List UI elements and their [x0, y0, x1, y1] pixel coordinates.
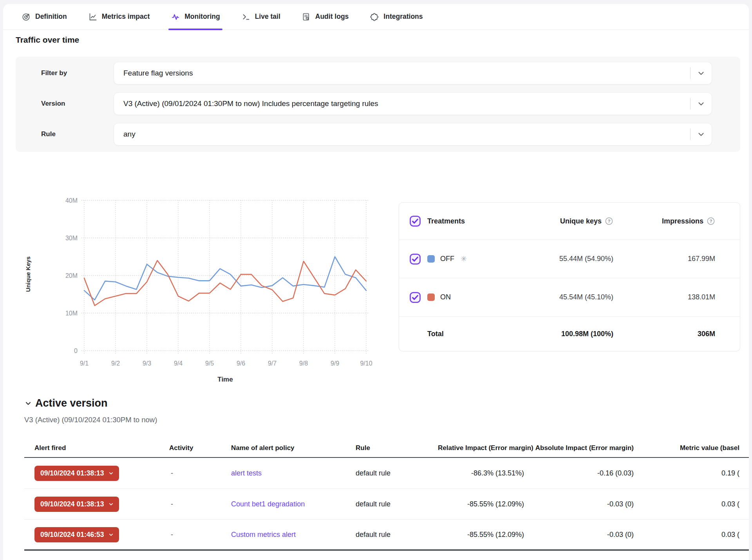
- line-chart: 010M20M30M40M9/19/29/39/49/59/69/79/89/9…: [16, 157, 400, 396]
- alert-row-1: 09/10/2024 01:38:13 - alert tests defaul…: [24, 458, 749, 489]
- version-select[interactable]: V3 (Active) (09/01/2024 01:30PM to now) …: [114, 92, 712, 115]
- treatment-name: ON: [440, 293, 451, 301]
- svg-text:?: ?: [709, 219, 712, 223]
- activity-value: -: [161, 531, 224, 539]
- tab-label: Audit logs: [315, 13, 349, 21]
- tab-definition[interactable]: Definition: [22, 4, 67, 30]
- legend-row-on: ON 45.54M (45.10%) 138.01M: [399, 278, 740, 317]
- col-absolute-impact: Absolute Impact (Error margin): [524, 444, 634, 452]
- treatments-header: Treatments: [423, 217, 496, 225]
- legend-row-off: OFF ✳ 55.44M (54.90%) 167.99M: [399, 240, 740, 278]
- alert-policy-link[interactable]: Count bet1 degradation: [231, 500, 305, 508]
- main-card: Definition Metrics impact Monitoring Liv…: [3, 4, 749, 560]
- alert-fired-time: 09/10/2024 01:38:13: [40, 469, 104, 477]
- tab-label: Integrations: [383, 13, 423, 21]
- activity-value: -: [161, 469, 224, 477]
- chevron-down-icon: [24, 400, 32, 407]
- total-unique-keys: 100.98M (100%): [496, 330, 613, 338]
- svg-text:9/10: 9/10: [360, 360, 372, 367]
- col-activity: Activity: [161, 444, 224, 452]
- svg-text:?: ?: [607, 219, 610, 223]
- rule-value: default rule: [356, 469, 438, 477]
- svg-text:0: 0: [74, 348, 78, 354]
- tab-live-tail[interactable]: Live tail: [241, 4, 280, 30]
- svg-text:9/2: 9/2: [111, 360, 120, 367]
- svg-text:9/8: 9/8: [299, 360, 308, 367]
- absolute-impact-value: -0.03 (0): [524, 500, 634, 508]
- active-version-header[interactable]: Active version: [24, 397, 108, 409]
- tab-label: Live tail: [255, 13, 280, 21]
- col-relative-impact: Relative Impact (Error margin): [438, 444, 524, 452]
- traffic-chart: 010M20M30M40M9/19/29/39/49/59/69/79/89/9…: [16, 157, 400, 396]
- tab-integrations[interactable]: Integrations: [370, 4, 423, 30]
- rule-value: any: [123, 130, 690, 139]
- active-version-title: Active version: [35, 397, 108, 409]
- select-all-checkbox[interactable]: [409, 215, 423, 227]
- alert-fired-badge[interactable]: 09/10/2024 01:38:13: [34, 497, 119, 512]
- tab-label: Metrics impact: [102, 13, 150, 21]
- filter-by-label: Filter by: [41, 69, 67, 77]
- field-divider: [690, 98, 691, 110]
- legend-header-row: Treatments Unique keys ? Impressions ?: [399, 203, 740, 240]
- checkbox-checked-icon: [409, 253, 421, 265]
- svg-text:9/6: 9/6: [237, 360, 245, 367]
- x-axis-label: Time: [166, 376, 284, 384]
- impressions-header: Impressions: [662, 217, 703, 225]
- default-treatment-icon: ✳: [461, 254, 467, 263]
- activity-value: -: [161, 500, 224, 508]
- tab-monitoring[interactable]: Monitoring: [171, 4, 220, 30]
- tab-label: Definition: [35, 13, 67, 21]
- relative-impact-value: -85.55% (12.09%): [438, 500, 524, 508]
- chart-trend-icon: [88, 12, 98, 22]
- treatment-on-checkbox[interactable]: [409, 292, 423, 303]
- svg-text:30M: 30M: [65, 235, 78, 241]
- metric-value: 0.19 (: [634, 469, 739, 477]
- total-label: Total: [423, 330, 496, 338]
- version-value: V3 (Active) (09/01/2024 01:30PM to now) …: [123, 99, 690, 108]
- terminal-icon: [241, 12, 251, 22]
- alert-fired-time: 09/10/2024 01:46:53: [40, 531, 104, 539]
- chevron-down-icon: [108, 470, 114, 476]
- col-policy: Name of alert policy: [224, 444, 356, 452]
- alert-fired-badge[interactable]: 09/10/2024 01:38:13: [34, 466, 119, 481]
- alert-policy-link[interactable]: alert tests: [231, 469, 262, 477]
- help-icon[interactable]: ?: [605, 217, 613, 225]
- checkbox-checked-icon: [409, 292, 421, 303]
- unique-keys-header: Unique keys: [560, 217, 602, 225]
- chevron-down-icon: [108, 532, 114, 538]
- alerts-table: Alert fired Activity Name of alert polic…: [24, 430, 749, 551]
- svg-text:9/3: 9/3: [143, 360, 151, 367]
- filter-by-select[interactable]: Feature flag versions: [114, 62, 712, 85]
- alert-row-3: 09/10/2024 01:46:53 - Custom metrics ale…: [24, 520, 749, 551]
- metric-value: 0.03 (: [634, 500, 739, 508]
- rule-label: Rule: [41, 130, 56, 138]
- filter-row-filter-by: Filter by Feature flag versions: [16, 62, 740, 85]
- col-rule: Rule: [356, 444, 438, 452]
- chevron-down-icon: [697, 99, 705, 108]
- alert-policy-link[interactable]: Custom metrics alert: [231, 531, 296, 538]
- chevron-down-icon: [697, 130, 705, 139]
- svg-text:40M: 40M: [65, 197, 78, 204]
- off-unique-keys: 55.44M (54.90%): [496, 255, 613, 263]
- on-unique-keys: 45.54M (45.10%): [496, 293, 613, 301]
- rule-value: default rule: [356, 500, 438, 508]
- help-icon[interactable]: ?: [707, 217, 715, 225]
- treatments-legend-table: Treatments Unique keys ? Impressions ? O…: [399, 202, 740, 351]
- alert-row-2: 09/10/2024 01:38:13 - Count bet1 degrada…: [24, 489, 749, 520]
- tab-metrics-impact[interactable]: Metrics impact: [88, 4, 150, 30]
- absolute-impact-value: -0.16 (0.03): [524, 469, 634, 477]
- on-impressions: 138.01M: [613, 293, 715, 301]
- svg-text:9/4: 9/4: [174, 360, 183, 367]
- svg-text:9/7: 9/7: [268, 360, 277, 367]
- svg-text:20M: 20M: [65, 272, 78, 279]
- legend-total-row: Total 100.98M (100%) 306M: [399, 317, 740, 351]
- tab-audit-logs[interactable]: Audit logs: [302, 4, 349, 30]
- svg-text:9/1: 9/1: [80, 360, 89, 367]
- rule-select[interactable]: any: [114, 123, 712, 146]
- absolute-impact-value: -0.03 (0): [524, 531, 634, 539]
- alert-fired-badge[interactable]: 09/10/2024 01:46:53: [34, 527, 119, 542]
- document-search-icon: [302, 12, 311, 22]
- target-icon: [22, 12, 31, 22]
- filter-row-rule: Rule any: [16, 123, 740, 146]
- treatment-off-checkbox[interactable]: [409, 253, 423, 265]
